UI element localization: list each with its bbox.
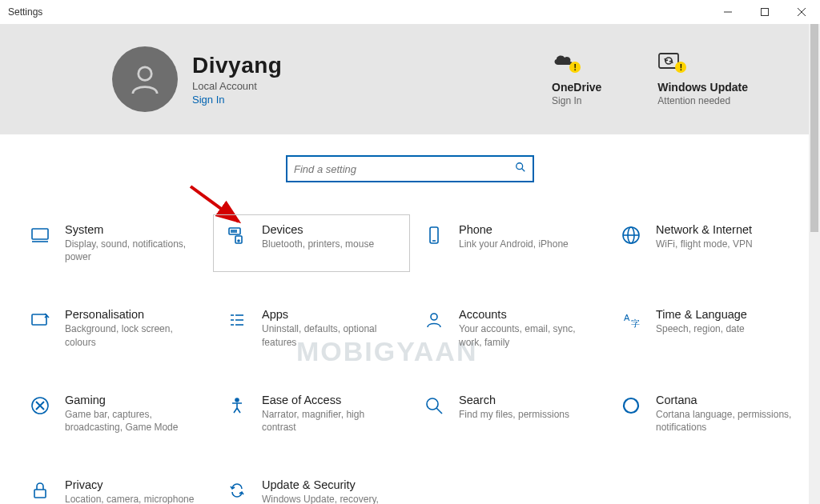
onedrive-status[interactable]: ! OneDrive Sign In — [552, 52, 601, 106]
svg-point-13 — [238, 240, 239, 242]
category-accounts[interactable]: AccountsYour accounts, email, sync, work… — [410, 299, 607, 357]
close-button[interactable] — [783, 0, 820, 24]
tile-desc: Your accounts, email, sync, work, family — [459, 322, 595, 348]
tile-desc: Bluetooth, printers, mouse — [262, 238, 374, 250]
avatar[interactable] — [112, 46, 178, 112]
category-network[interactable]: Network & InternetWiFi, flight mode, VPN — [607, 214, 804, 272]
category-search[interactable]: SearchFind my files, permissions — [410, 385, 607, 442]
windows-update-status[interactable]: ! Windows Update Attention needed — [657, 52, 748, 106]
tile-title: Network & Internet — [656, 223, 753, 236]
search-box[interactable] — [286, 155, 534, 182]
accounts-icon — [422, 308, 446, 332]
window-title: Settings — [8, 6, 42, 18]
tile-title: Cortana — [656, 394, 792, 406]
apps-icon — [225, 308, 249, 332]
personalisation-icon — [28, 308, 52, 332]
tile-title: Privacy — [65, 478, 194, 491]
category-privacy[interactable]: PrivacyLocation, camera, microphone — [16, 470, 213, 504]
tile-desc: Location, camera, microphone — [65, 493, 194, 504]
window-controls — [709, 0, 820, 24]
svg-line-7 — [522, 169, 525, 172]
tile-desc: Uninstall, defaults, optional features — [262, 322, 398, 348]
svg-rect-11 — [229, 228, 240, 234]
system-icon — [28, 223, 52, 247]
sign-in-link[interactable]: Sign In — [192, 94, 282, 106]
svg-text:A: A — [624, 313, 630, 322]
category-system[interactable]: SystemDisplay, sound, notifications, pow… — [16, 214, 213, 272]
tile-title: Gaming — [65, 394, 201, 406]
titlebar: Settings — [0, 0, 820, 24]
tile-desc: Find my files, permissions — [459, 408, 569, 421]
tile-desc: Background, lock screen, colours — [65, 322, 201, 348]
svg-rect-1 — [762, 9, 769, 16]
lock-icon — [28, 478, 52, 502]
category-personalisation[interactable]: PersonalisationBackground, lock screen, … — [16, 299, 213, 357]
maximize-button[interactable] — [746, 0, 783, 24]
search-icon — [515, 162, 526, 176]
tile-desc: Cortana language, permissions, notificat… — [656, 408, 792, 434]
search-container — [0, 134, 820, 190]
svg-point-32 — [235, 398, 239, 402]
onedrive-title: OneDrive — [552, 81, 601, 94]
tile-desc: Display, sound, notifications, power — [65, 238, 201, 263]
account-type: Local Account — [192, 80, 282, 92]
time-language-icon: A字 — [619, 308, 643, 332]
tile-title: Personalisation — [65, 308, 201, 321]
ease-of-access-icon — [225, 394, 249, 418]
tile-desc: Game bar, captures, broadcasting, Game M… — [65, 408, 201, 434]
scrollbar-thumb[interactable] — [810, 24, 818, 232]
search-input[interactable] — [294, 163, 515, 175]
tile-title: Devices — [262, 223, 374, 236]
svg-rect-21 — [32, 314, 46, 325]
category-phone[interactable]: PhoneLink your Android, iPhone — [410, 214, 607, 272]
tile-title: Accounts — [459, 308, 595, 321]
svg-rect-36 — [34, 490, 46, 498]
category-devices[interactable]: DevicesBluetooth, printers, mouse — [213, 214, 410, 272]
minimize-button[interactable] — [709, 0, 746, 24]
category-update-security[interactable]: Update & SecurityWindows Update, recover… — [213, 470, 410, 504]
tile-title: Update & Security — [262, 478, 379, 491]
svg-point-28 — [431, 314, 437, 320]
category-ease-of-access[interactable]: Ease of AccessNarrator, magnifier, high … — [213, 385, 410, 442]
gaming-icon — [28, 394, 52, 418]
globe-icon — [619, 223, 643, 247]
warning-badge-icon: ! — [569, 62, 581, 73]
update-security-icon — [225, 478, 249, 502]
svg-point-35 — [624, 398, 638, 413]
svg-point-6 — [517, 163, 523, 170]
category-time-language[interactable]: A字 Time & LanguageSpeech, region, date — [607, 299, 804, 357]
update-sub: Attention needed — [657, 95, 748, 106]
tile-title: Search — [459, 394, 569, 406]
tile-desc: WiFi, flight mode, VPN — [656, 238, 753, 250]
scrollbar[interactable] — [809, 24, 820, 504]
svg-point-4 — [139, 67, 152, 81]
svg-point-33 — [427, 398, 438, 410]
user-name: Divyang — [192, 53, 282, 78]
phone-icon — [422, 223, 446, 247]
user-header: Divyang Local Account Sign In ! OneDrive… — [0, 24, 820, 134]
category-apps[interactable]: AppsUninstall, defaults, optional featur… — [213, 299, 410, 357]
devices-icon — [225, 223, 249, 247]
tile-desc: Speech, region, date — [656, 322, 747, 335]
tile-title: Apps — [262, 308, 398, 321]
category-gaming[interactable]: GamingGame bar, captures, broadcasting, … — [16, 385, 213, 442]
tile-desc: Windows Update, recovery, — [262, 493, 379, 504]
tile-title: Ease of Access — [262, 394, 398, 406]
tile-title: Time & Language — [656, 308, 747, 321]
settings-grid: SystemDisplay, sound, notifications, pow… — [0, 190, 820, 504]
svg-rect-9 — [32, 229, 48, 239]
tile-desc: Link your Android, iPhone — [459, 238, 569, 250]
warning-badge-icon: ! — [675, 62, 686, 73]
svg-text:字: 字 — [631, 318, 640, 328]
onedrive-sub: Sign In — [552, 95, 601, 106]
cortana-icon — [619, 394, 643, 418]
update-title: Windows Update — [657, 81, 748, 94]
category-cortana[interactable]: CortanaCortana language, permissions, no… — [607, 385, 804, 442]
svg-line-34 — [436, 408, 442, 414]
search-category-icon — [422, 394, 446, 418]
tile-desc: Narrator, magnifier, high contrast — [262, 408, 398, 434]
tile-title: System — [65, 223, 201, 236]
tile-title: Phone — [459, 223, 569, 236]
